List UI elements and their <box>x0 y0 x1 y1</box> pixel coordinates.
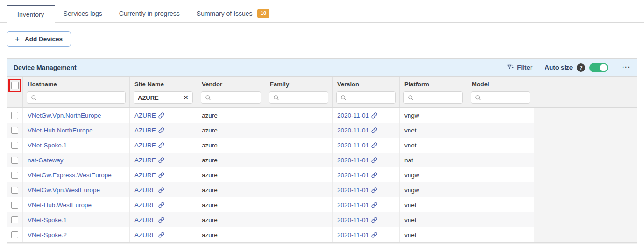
row-checkbox[interactable] <box>11 142 18 149</box>
site-name-link[interactable]: AZURE <box>134 187 156 194</box>
site-name-link[interactable]: AZURE <box>134 142 156 149</box>
column-header: Hostname ✕ <box>23 77 130 107</box>
version-link[interactable]: 2020-11-01 <box>337 172 369 179</box>
link-icon[interactable] <box>158 127 164 133</box>
link-icon[interactable] <box>371 172 377 178</box>
autosize-toggle[interactable] <box>589 63 608 72</box>
version-link[interactable]: 2020-11-01 <box>337 112 369 119</box>
model-cell <box>467 153 534 167</box>
row-checkbox[interactable] <box>11 127 18 134</box>
row-filler-cell <box>534 123 637 138</box>
link-icon[interactable] <box>371 142 377 148</box>
search-icon <box>340 95 347 101</box>
version-link[interactable]: 2020-11-01 <box>337 202 369 209</box>
link-icon[interactable] <box>158 172 164 178</box>
column-filter-input[interactable]: ✕ <box>134 91 193 104</box>
vendor-value: azure <box>202 157 218 164</box>
site-name-link[interactable]: AZURE <box>134 127 156 134</box>
version-link[interactable]: 2020-11-01 <box>337 187 369 194</box>
link-icon[interactable] <box>158 157 164 163</box>
hostname-cell: VNet-Hub.NorthEurope <box>23 123 130 138</box>
link-icon[interactable] <box>158 187 164 193</box>
row-checkbox[interactable] <box>11 172 18 179</box>
link-icon[interactable] <box>158 112 164 119</box>
version-link[interactable]: 2020-11-01 <box>337 231 369 238</box>
site-name-link[interactable]: AZURE <box>134 216 156 223</box>
column-filter-input[interactable]: ✕ <box>27 91 126 104</box>
horizontal-scrollbar[interactable] <box>7 242 637 244</box>
hostname-link[interactable]: VNetGw.Vpn.NorthEurope <box>28 112 101 119</box>
add-devices-label: Add Devices <box>25 35 63 42</box>
link-icon[interactable] <box>158 232 164 238</box>
more-menu-button[interactable]: ... <box>622 64 630 70</box>
link-icon[interactable] <box>371 187 377 193</box>
site-name-link[interactable]: AZURE <box>134 202 156 209</box>
tab[interactable]: Summary of Issues 10 <box>188 5 278 22</box>
hostname-link[interactable]: VNet-Hub.NorthEurope <box>28 127 93 134</box>
column-filter-value[interactable] <box>484 94 526 101</box>
filter-button[interactable]: Filter <box>507 64 532 71</box>
tab[interactable]: Services logs <box>55 5 111 22</box>
link-icon[interactable] <box>371 112 377 119</box>
hostname-link[interactable]: VNetGw.Vpn.WestEurope <box>28 187 100 194</box>
model-cell <box>467 227 534 242</box>
row-checkbox[interactable] <box>11 216 18 223</box>
row-checkbox[interactable] <box>11 231 18 238</box>
column-filter-value[interactable] <box>282 94 324 101</box>
link-icon[interactable] <box>158 217 164 223</box>
row-checkbox-cell <box>7 227 23 242</box>
link-icon[interactable] <box>371 202 377 208</box>
hostname-link[interactable]: VNet-Spoke.1 <box>28 142 67 149</box>
column-filter-value[interactable] <box>138 94 180 101</box>
hostname-link[interactable]: nat-Gateway <box>28 157 64 164</box>
add-devices-button[interactable]: + Add Devices <box>7 31 71 47</box>
link-icon[interactable] <box>371 157 377 163</box>
row-checkbox[interactable] <box>11 202 18 209</box>
column-filter-input[interactable]: ✕ <box>471 91 530 104</box>
column-label: Version <box>337 81 395 88</box>
link-icon[interactable] <box>158 202 164 208</box>
row-checkbox[interactable] <box>11 187 18 194</box>
link-icon[interactable] <box>371 127 377 133</box>
column-filter-value[interactable] <box>214 94 257 101</box>
column-filter-input[interactable]: ✕ <box>403 91 463 104</box>
help-icon[interactable]: ? <box>577 63 585 72</box>
column-filter-input[interactable]: ✕ <box>269 91 328 104</box>
hostname-cell: VNet-Spoke.1 <box>23 212 130 227</box>
version-link[interactable]: 2020-11-01 <box>337 142 369 149</box>
search-icon <box>31 95 37 101</box>
vendor-value: azure <box>202 127 218 134</box>
column-filter-input[interactable]: ✕ <box>336 91 396 104</box>
column-filter-value[interactable] <box>349 94 391 101</box>
link-icon[interactable] <box>371 217 377 223</box>
clear-filter-icon[interactable]: ✕ <box>183 94 189 101</box>
site-name-link[interactable]: AZURE <box>134 231 156 238</box>
platform-value: vngw <box>404 187 419 194</box>
column-filter-value[interactable] <box>417 94 459 101</box>
column-filter-input[interactable]: ✕ <box>201 91 261 104</box>
hostname-link[interactable]: VNetGw.Express.WestEurope <box>28 172 112 179</box>
site-name-link[interactable]: AZURE <box>134 157 156 164</box>
site-name-link[interactable]: AZURE <box>134 172 156 179</box>
tab[interactable]: Inventory <box>7 5 55 23</box>
site-name-link[interactable]: AZURE <box>134 112 156 119</box>
row-checkbox-cell <box>7 182 23 197</box>
site-name-cell: AZURE <box>130 197 197 212</box>
link-icon[interactable] <box>371 232 377 238</box>
site-name-cell: AZURE <box>130 167 197 182</box>
table-row: VNetGw.Express.WestEurope AZURE azure 2 <box>7 167 637 182</box>
toggle-knob <box>600 64 607 71</box>
row-checkbox[interactable] <box>11 157 18 164</box>
hostname-link[interactable]: VNet-Spoke.1 <box>28 216 67 223</box>
hostname-link[interactable]: VNet-Hub.WestEurope <box>28 202 92 209</box>
tab[interactable]: Currently in progress <box>111 5 188 22</box>
version-link[interactable]: 2020-11-01 <box>337 127 369 134</box>
select-all-checkbox[interactable] <box>11 82 19 89</box>
link-icon[interactable] <box>158 142 164 148</box>
version-link[interactable]: 2020-11-01 <box>337 157 369 164</box>
version-link[interactable]: 2020-11-01 <box>337 216 369 223</box>
row-checkbox[interactable] <box>11 112 18 119</box>
column-filter-value[interactable] <box>40 94 121 101</box>
hostname-link[interactable]: VNet-Spoke.2 <box>28 231 67 238</box>
vendor-value: azure <box>202 231 218 238</box>
